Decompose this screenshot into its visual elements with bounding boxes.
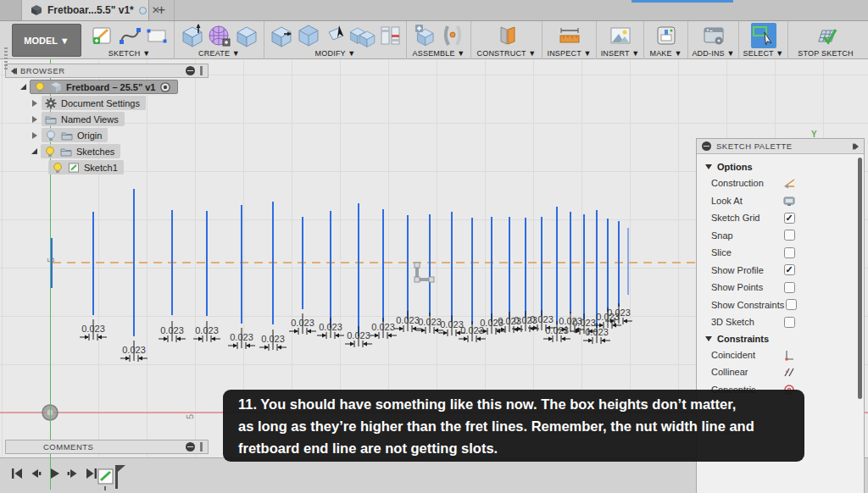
select-icon[interactable] bbox=[751, 23, 776, 48]
browser-item-document-settings[interactable]: Document Settings bbox=[5, 97, 217, 109]
show-points-checkbox[interactable] bbox=[784, 282, 795, 293]
browser-panel-header[interactable]: BROWSER bbox=[5, 64, 209, 78]
stop-sketch-icon[interactable] bbox=[813, 23, 838, 48]
browser-item-fretboard-25-5-v1[interactable]: Fretboard – 25.5" v1 bbox=[5, 80, 217, 93]
sketch-menu[interactable]: SKETCH ▼ bbox=[108, 49, 151, 58]
new-component-icon[interactable] bbox=[413, 23, 438, 48]
browser-tree: Fretboard – 25.5" v1Document SettingsNam… bbox=[5, 80, 217, 177]
palette-row-show-points[interactable]: Show Points bbox=[697, 279, 864, 296]
browser-item-named-views[interactable]: Named Views bbox=[5, 113, 217, 125]
construct-menu[interactable]: CONSTRUCT ▼ bbox=[477, 49, 537, 58]
press-pull-icon[interactable] bbox=[269, 23, 294, 48]
palette-section-constraints[interactable]: Constraints bbox=[697, 331, 864, 346]
sketch-palette-header[interactable]: SKETCH PALETTE bbox=[697, 139, 864, 154]
step-forward-icon[interactable] bbox=[66, 468, 80, 479]
browser-menu-icon[interactable] bbox=[186, 66, 195, 75]
measure-icon[interactable] bbox=[557, 23, 582, 48]
browser-item-sketch1[interactable]: Sketch1 bbox=[5, 161, 217, 174]
toolbar-group-create: CREATE ▼ bbox=[175, 21, 264, 59]
folder-icon bbox=[61, 130, 73, 141]
expand-icon[interactable] bbox=[32, 116, 37, 123]
browser-item-sketches[interactable]: Sketches bbox=[5, 145, 217, 158]
snap-checkbox[interactable] bbox=[784, 230, 795, 241]
svg-text:0.023: 0.023 bbox=[160, 325, 184, 335]
construction-icon bbox=[782, 176, 796, 190]
workspace-dropdown[interactable]: MODEL ▼ bbox=[12, 24, 81, 57]
make-menu[interactable]: MAKE ▼ bbox=[649, 49, 682, 58]
palette-row-coincident[interactable]: Coincident bbox=[697, 346, 864, 364]
sketch-grid-checkbox[interactable]: ✓ bbox=[784, 213, 795, 224]
palette-row-sketch-grid[interactable]: Sketch Grid✓ bbox=[697, 209, 864, 227]
parameters-icon[interactable] bbox=[377, 23, 403, 48]
palette-row-snap[interactable]: Snap bbox=[697, 227, 864, 245]
3d-sketch-checkbox[interactable] bbox=[784, 317, 795, 328]
folder-icon bbox=[60, 146, 72, 158]
select-menu[interactable]: SELECT ▼ bbox=[743, 49, 784, 58]
caption-line-2: as long as they’re higher than the fret … bbox=[238, 415, 789, 437]
palette-scrollbar[interactable] bbox=[858, 158, 862, 399]
addins-menu[interactable]: ADD-INS ▼ bbox=[692, 49, 734, 58]
target-icon[interactable] bbox=[159, 81, 171, 93]
svg-text:0.023: 0.023 bbox=[347, 330, 370, 341]
timeline-feature-marker[interactable] bbox=[97, 465, 131, 490]
slice-checkbox[interactable] bbox=[784, 247, 795, 258]
create-menu[interactable]: CREATE ▼ bbox=[198, 49, 240, 58]
rectangle-icon[interactable] bbox=[144, 23, 170, 48]
expand-palette-icon[interactable] bbox=[854, 143, 859, 150]
fillet-icon[interactable] bbox=[296, 23, 321, 48]
sketch-icon bbox=[68, 162, 80, 174]
collapse-browser-icon[interactable] bbox=[11, 68, 15, 75]
palette-row-look-at[interactable]: Look At bbox=[697, 192, 864, 210]
palette-row-construction[interactable]: Construction bbox=[697, 174, 864, 192]
insert-menu[interactable]: INSERT ▼ bbox=[601, 49, 640, 58]
extrude-icon[interactable] bbox=[180, 23, 205, 48]
insert-image-icon[interactable] bbox=[608, 23, 633, 48]
svg-text:0.023: 0.023 bbox=[545, 325, 569, 335]
browser-resize-handle[interactable] bbox=[200, 66, 203, 75]
box-icon[interactable] bbox=[234, 23, 259, 48]
skip-start-icon[interactable] bbox=[10, 468, 24, 479]
assemble-menu[interactable]: ASSEMBLE ▼ bbox=[413, 49, 465, 58]
collapse-icon[interactable] bbox=[20, 84, 26, 90]
expand-icon[interactable] bbox=[32, 132, 37, 139]
palette-row-3d-sketch[interactable]: 3D Sketch bbox=[697, 313, 864, 331]
inspect-menu[interactable]: INSPECT ▼ bbox=[547, 49, 591, 58]
document-tab[interactable]: Fretboar...5.5" v1* ✕ bbox=[22, 0, 149, 20]
step-back-icon[interactable] bbox=[29, 468, 42, 479]
comments-panel-header[interactable]: COMMENTS bbox=[5, 440, 209, 454]
palette-section-options[interactable]: Options bbox=[697, 159, 864, 174]
tab-title: Fretboar...5.5" v1* bbox=[47, 4, 134, 16]
collapse-icon[interactable] bbox=[31, 148, 37, 154]
palette-row-show-profile[interactable]: Show Profile✓ bbox=[697, 262, 864, 280]
move-icon[interactable] bbox=[350, 23, 376, 48]
toolbar-group-stop-sketch: STOP SKETCH bbox=[788, 21, 863, 59]
plane-icon[interactable] bbox=[494, 23, 520, 48]
palette-row-collinear[interactable]: Collinear bbox=[697, 363, 864, 381]
svg-text:0.023: 0.023 bbox=[418, 317, 442, 327]
bulb-on-icon bbox=[44, 146, 56, 158]
svg-text:0.023: 0.023 bbox=[585, 327, 609, 337]
modify-menu[interactable]: MODIFY ▼ bbox=[315, 49, 356, 58]
form-icon[interactable] bbox=[207, 23, 232, 48]
trim-icon[interactable] bbox=[323, 23, 348, 48]
expand-icon[interactable] bbox=[32, 100, 37, 107]
show-profile-checkbox[interactable]: ✓ bbox=[784, 264, 795, 275]
browser-item-origin[interactable]: Origin bbox=[5, 129, 217, 141]
palette-row-slice[interactable]: Slice bbox=[697, 244, 864, 262]
folder-icon bbox=[45, 114, 57, 125]
collinear-icon bbox=[782, 365, 796, 379]
comments-resize-handle[interactable] bbox=[200, 442, 203, 451]
create-sketch-icon[interactable] bbox=[90, 23, 115, 48]
new-tab-button[interactable]: + bbox=[149, 0, 175, 20]
joint-icon[interactable] bbox=[440, 23, 465, 48]
canvas-grid[interactable]: 550.0230.0230.0230.0230.0230.0230.0230.0… bbox=[0, 59, 868, 493]
make-icon[interactable] bbox=[654, 23, 679, 48]
spline-icon[interactable] bbox=[117, 23, 142, 48]
scripts-icon[interactable] bbox=[701, 23, 726, 48]
stop-sketch-menu[interactable]: STOP SKETCH bbox=[798, 49, 853, 58]
comments-menu-icon[interactable] bbox=[186, 442, 195, 451]
palette-menu-icon[interactable] bbox=[702, 141, 711, 151]
palette-row-show-constraints[interactable]: Show Constraints bbox=[697, 296, 864, 314]
show-constraints-checkbox[interactable] bbox=[786, 299, 797, 310]
toolbar-grip-handle[interactable] bbox=[4, 47, 8, 69]
